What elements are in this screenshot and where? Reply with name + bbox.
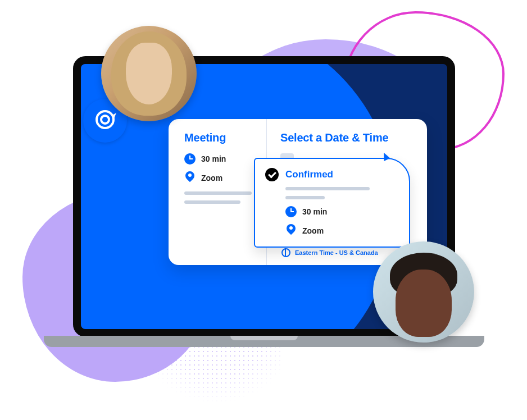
confirmation-duration: 30 min bbox=[302, 207, 327, 216]
location-pin-icon bbox=[285, 224, 297, 238]
clock-icon bbox=[184, 153, 196, 165]
skeleton-line bbox=[184, 191, 252, 195]
globe-icon bbox=[281, 248, 290, 257]
meeting-location-row: Zoom bbox=[184, 171, 256, 185]
clock-icon bbox=[285, 206, 297, 217]
svg-point-1 bbox=[101, 116, 109, 124]
confirmation-location: Zoom bbox=[302, 226, 324, 235]
meeting-duration-row: 30 min bbox=[184, 153, 256, 165]
confirmation-header: Confirmed bbox=[265, 168, 399, 181]
timezone-label: Eastern Time - US & Canada bbox=[295, 249, 378, 256]
confirmation-popover: Confirmed 30 min Zoom bbox=[254, 158, 410, 248]
checkmark-icon bbox=[265, 168, 279, 181]
confirmation-status: Confirmed bbox=[285, 169, 333, 180]
avatar-person-2 bbox=[373, 241, 474, 343]
picker-title: Select a Date & Time bbox=[280, 131, 414, 144]
skeleton-line bbox=[184, 200, 240, 204]
calendly-logo-icon bbox=[94, 108, 116, 133]
meeting-location: Zoom bbox=[201, 174, 222, 182]
timezone-selector[interactable]: Eastern Time - US & Canada bbox=[281, 248, 378, 257]
skeleton-line bbox=[285, 196, 325, 199]
svg-point-0 bbox=[97, 111, 113, 128]
location-pin-icon bbox=[184, 171, 196, 185]
meeting-duration: 30 min bbox=[201, 154, 226, 163]
skeleton-line bbox=[285, 187, 370, 190]
confirmation-duration-row: 30 min bbox=[285, 206, 399, 217]
confirmation-location-row: Zoom bbox=[285, 224, 399, 238]
avatar-person-1 bbox=[101, 26, 197, 121]
meeting-details-panel: Meeting 30 min Zoom bbox=[169, 119, 267, 265]
meeting-title: Meeting bbox=[184, 131, 256, 144]
